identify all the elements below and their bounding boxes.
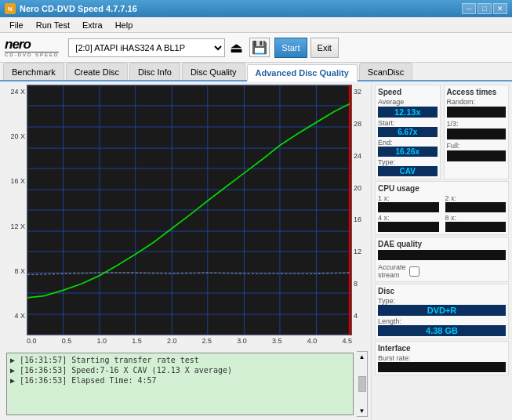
log-entry-1: ▶ [16:31:57] Starting transfer rate test — [10, 355, 350, 365]
disc-type-value: DVD+R — [378, 305, 506, 316]
y-right-28: 28 — [354, 120, 361, 128]
save-icon[interactable]: 💾 — [249, 38, 270, 57]
x-axis: 0.0 0.5 1.0 1.5 2.0 2.5 3.0 3.5 4.0 4.5 — [3, 335, 352, 349]
tab-disc-info[interactable]: Disc Info — [129, 63, 180, 80]
access-full-label: Full: — [447, 142, 507, 150]
x-label-25: 2.5 — [202, 337, 212, 349]
titlebar: N Nero CD-DVD Speed 4.7.7.16 ─ □ ✕ — [0, 0, 512, 17]
log-entry-2: ▶ [16:36:53] Speed:7-16 X CAV (12.13 X a… — [10, 365, 350, 375]
tabs-bar: Benchmark Create Disc Disc Info Disc Qua… — [0, 63, 512, 81]
right-panel: Speed Average 12.13x Start: 6.67x End: 1… — [371, 81, 512, 420]
y-label-16: 16 X — [10, 177, 25, 185]
access-section: Access times Random: 1/3: Full: — [444, 85, 510, 179]
y-label-20: 20 X — [10, 132, 25, 140]
maximize-button[interactable]: □ — [478, 3, 492, 14]
dae-value — [378, 250, 506, 260]
eject-icon[interactable]: ⏏ — [230, 39, 243, 56]
speed-start-label: Start: — [378, 119, 438, 127]
log-container: ▶ [16:31:57] Starting transfer rate test… — [3, 351, 368, 417]
cpu-col-1: 1 x: 4 x: — [378, 194, 439, 232]
log-entry-3: ▶ [16:36:53] Elapsed Time: 4:57 — [10, 375, 350, 386]
accurate-stream-row: Accurate stream — [378, 263, 506, 279]
cpu-4x-value — [378, 222, 439, 232]
chart-area — [27, 85, 352, 335]
x-label-10: 1.0 — [96, 337, 107, 349]
menu-run-test[interactable]: Run Test — [30, 17, 76, 32]
x-label-20: 2.0 — [167, 337, 177, 349]
y-label-4: 4 X — [14, 312, 25, 320]
tab-benchmark[interactable]: Benchmark — [3, 63, 64, 80]
menu-file[interactable]: File — [3, 17, 30, 32]
chart-container: 24 X 20 X 16 X 12 X 8 X 4 X — [0, 81, 371, 420]
access-random-label: Random: — [447, 98, 507, 106]
access-full-value — [447, 150, 507, 161]
speed-section: Speed Average 12.13x Start: 6.67x End: 1… — [375, 85, 441, 179]
access-third-label: 1/3: — [447, 120, 507, 128]
burst-rate-value — [378, 362, 506, 372]
scroll-down-icon[interactable]: ▼ — [359, 407, 365, 415]
y-right-24: 24 — [354, 152, 361, 160]
speed-type-value: CAV — [378, 166, 438, 176]
access-random-value — [447, 107, 507, 118]
cpu-rows: 1 x: 4 x: 2 x: 8 x: — [378, 194, 506, 232]
main-area: 24 X 20 X 16 X 12 X 8 X 4 X — [0, 81, 512, 420]
speed-average-label: Average — [378, 98, 438, 106]
tab-create-disc[interactable]: Create Disc — [66, 63, 128, 80]
x-label-15: 1.5 — [132, 337, 142, 349]
log-scrollbar[interactable]: ▲ ▼ — [357, 351, 368, 417]
titlebar-left: N Nero CD-DVD Speed 4.7.7.16 — [5, 3, 137, 14]
cpu-1x-label: 1 x: — [378, 194, 439, 202]
log-area: ▶ [16:31:57] Starting transfer rate test… — [6, 353, 354, 415]
menubar: File Run Test Extra Help — [0, 17, 512, 33]
y-right-4: 4 — [354, 312, 358, 320]
accurate-stream-label: Accurate stream — [378, 263, 406, 279]
cpu-2x-label: 2 x: — [445, 194, 507, 202]
drive-selector[interactable]: [2:0] ATAPI iHAS324 A BL1P — [68, 38, 225, 57]
interface-section: Interface Burst rate: — [375, 341, 509, 375]
nero-sub-text: CD-DVD SPEED — [5, 52, 59, 57]
start-button[interactable]: Start — [274, 38, 307, 58]
cpu-1x-value — [378, 202, 439, 212]
y-right-32: 32 — [354, 88, 361, 96]
y-label-24: 24 X — [10, 88, 25, 96]
close-button[interactable]: ✕ — [493, 3, 507, 14]
nero-logo: nero CD-DVD SPEED — [5, 38, 59, 57]
cpu-4x-label: 4 x: — [378, 214, 439, 222]
speed-type-label: Type: — [378, 158, 438, 166]
x-label-40: 4.0 — [307, 337, 318, 349]
y-right-20: 20 — [354, 184, 361, 192]
cpu-8x-label: 8 x: — [445, 214, 507, 222]
disc-title: Disc — [378, 287, 506, 295]
x-label-30: 3.0 — [237, 337, 247, 349]
interface-title: Interface — [378, 344, 506, 353]
dae-title: DAE quality — [378, 240, 506, 248]
exit-button[interactable]: Exit — [310, 38, 339, 58]
burst-rate-label: Burst rate: — [378, 354, 506, 362]
cpu-col-2: 2 x: 8 x: — [445, 194, 507, 232]
y-axis-right: 32 28 24 20 16 12 8 4 — [352, 85, 368, 335]
menu-extra[interactable]: Extra — [76, 17, 109, 32]
tab-advanced-disc-quality[interactable]: Advanced Disc Quality — [247, 64, 358, 81]
cpu-title: CPU usage — [378, 184, 506, 193]
disc-section: Disc Type: DVD+R Length: 4.38 GB — [375, 284, 509, 339]
menu-help[interactable]: Help — [109, 17, 140, 32]
app-icon: N — [5, 3, 16, 14]
disc-type-label: Type: — [378, 297, 506, 305]
tab-scandisc[interactable]: ScanDisc — [359, 63, 412, 80]
access-third-value — [447, 129, 507, 139]
speed-average-value: 12.13x — [378, 107, 438, 118]
scroll-thumb[interactable] — [358, 376, 366, 392]
tab-disc-quality[interactable]: Disc Quality — [182, 63, 245, 80]
minimize-button[interactable]: ─ — [462, 3, 476, 14]
y-right-12: 12 — [354, 248, 361, 255]
nero-logo-text: nero — [5, 38, 59, 51]
disc-length-label: Length: — [378, 317, 506, 325]
x-label-05: 0.5 — [62, 337, 72, 349]
titlebar-controls: ─ □ ✕ — [462, 3, 507, 14]
y-axis-left: 24 X 20 X 16 X 12 X 8 X 4 X — [3, 85, 27, 335]
chart-wrapper: 24 X 20 X 16 X 12 X 8 X 4 X — [3, 85, 368, 335]
scroll-up-icon[interactable]: ▲ — [359, 353, 365, 360]
accurate-stream-checkbox[interactable] — [409, 266, 419, 277]
y-label-12: 12 X — [10, 223, 25, 230]
cpu-section: CPU usage 1 x: 4 x: 2 x: 8 x: — [375, 181, 509, 235]
